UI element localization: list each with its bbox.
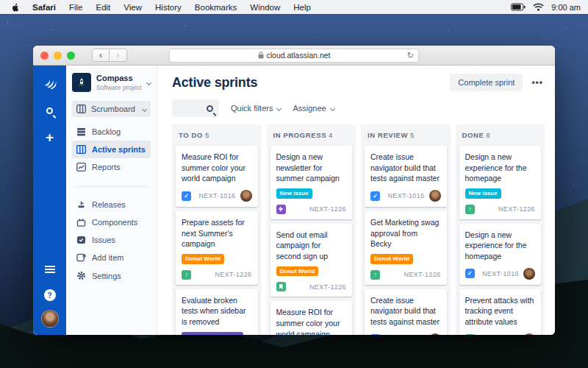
menu-view[interactable]: View bbox=[117, 3, 148, 12]
improvement-icon bbox=[465, 205, 475, 214]
issue-card[interactable]: Prepare assets for next Summer's campaig… bbox=[176, 211, 258, 285]
task-icon bbox=[370, 334, 380, 335]
issue-label: Donut World bbox=[182, 254, 224, 264]
more-actions-button[interactable]: ••• bbox=[530, 74, 545, 91]
zoom-window-button[interactable] bbox=[67, 52, 75, 60]
page-title: Active sprints bbox=[172, 75, 257, 91]
issue-title: Measure ROI for summer color your world … bbox=[182, 152, 252, 184]
jira-logo-icon[interactable] bbox=[42, 74, 58, 91]
wifi-icon[interactable] bbox=[533, 3, 544, 11]
sidebar-item-releases[interactable]: Releases bbox=[72, 196, 151, 213]
apple-icon[interactable] bbox=[10, 2, 20, 13]
issue-title: Prepare assets for next Summer's campaig… bbox=[182, 217, 252, 250]
user-avatar[interactable] bbox=[41, 310, 59, 328]
column-name: IN REVIEW bbox=[368, 131, 408, 139]
close-window-button[interactable] bbox=[40, 52, 49, 60]
assignee-avatar[interactable] bbox=[429, 333, 441, 335]
reload-icon[interactable]: ↻ bbox=[407, 51, 414, 60]
menubar-app-name[interactable]: Safari bbox=[26, 3, 62, 12]
issue-card[interactable]: Create issue navigator build that tests … bbox=[365, 289, 447, 335]
issue-label: New issue bbox=[276, 188, 312, 199]
column-header: IN REVIEW5 bbox=[365, 130, 447, 146]
complete-sprint-button[interactable]: Complete sprint bbox=[450, 74, 523, 91]
browser-titlebar[interactable]: ‹ › cloud.atlassian.net ↻ bbox=[33, 46, 555, 66]
issue-title: Design a new newsletter for summer campa… bbox=[276, 152, 347, 184]
sidebar-item-backlog[interactable]: Backlog bbox=[72, 123, 151, 141]
menu-help[interactable]: Help bbox=[287, 3, 318, 12]
issue-card[interactable]: Get Marketing swag approval from Becky D… bbox=[365, 211, 447, 285]
issue-label: Simplify Navigation bbox=[182, 332, 243, 335]
issue-card[interactable]: Measure ROI for summer color your world … bbox=[270, 301, 353, 335]
column-in-progress: IN PROGRESS4 Design a new newsletter for… bbox=[267, 124, 356, 335]
issue-title: Prevent attacks with tracking event attr… bbox=[465, 295, 536, 328]
assignee-avatar[interactable] bbox=[429, 190, 441, 202]
issue-card[interactable]: Send out email campaign for second sign … bbox=[270, 224, 353, 297]
sidebar-item-label: Active sprints bbox=[92, 145, 146, 154]
sidebar-item-settings[interactable]: Settings bbox=[72, 266, 151, 285]
sidebar-item-issues[interactable]: Issues bbox=[72, 231, 151, 249]
board-search-input[interactable] bbox=[172, 99, 219, 117]
column-count: 4 bbox=[329, 131, 333, 139]
help-icon[interactable]: ? bbox=[44, 289, 56, 301]
sidebar-item-add-item[interactable]: Add item bbox=[72, 249, 151, 266]
browser-back-button[interactable]: ‹ bbox=[92, 49, 110, 62]
project-name: Compass bbox=[96, 74, 141, 83]
backlog-icon bbox=[76, 127, 86, 136]
issue-card[interactable]: Evaluate broken tests when sidebar is re… bbox=[176, 289, 258, 335]
sidebar-item-components[interactable]: Components bbox=[72, 213, 151, 231]
assignee-avatar[interactable] bbox=[523, 268, 535, 280]
browser-forward-button[interactable]: › bbox=[110, 49, 127, 62]
assignee-avatar[interactable] bbox=[240, 190, 252, 202]
issue-title: Evaluate broken tests when sidebar is re… bbox=[182, 295, 252, 328]
issue-card[interactable]: Design a new experience for the homepage… bbox=[459, 224, 542, 285]
hamburger-icon[interactable] bbox=[43, 263, 57, 276]
create-issue-button[interactable]: + bbox=[43, 130, 57, 144]
menu-window[interactable]: Window bbox=[243, 3, 287, 12]
assignee-label: Assignee bbox=[293, 104, 326, 113]
issue-card[interactable]: Design a new experience for the homepage… bbox=[459, 146, 542, 219]
rocket-icon bbox=[72, 73, 91, 92]
menu-bookmarks[interactable]: Bookmarks bbox=[188, 3, 244, 12]
sidebar-divider bbox=[74, 186, 149, 187]
issue-label: Donut World bbox=[370, 254, 413, 264]
board-selector[interactable]: Scrumboard bbox=[72, 101, 151, 117]
column-count: 8 bbox=[486, 131, 490, 139]
chevron-down-icon bbox=[142, 106, 147, 111]
sidebar-item-active-sprints[interactable]: Active sprints bbox=[72, 141, 151, 158]
issue-card[interactable]: Create issue navigator build that tests … bbox=[365, 146, 447, 207]
project-sidebar: Compass Software project Scrumboard bbox=[66, 66, 157, 335]
battery-icon[interactable] bbox=[511, 3, 526, 11]
task-icon bbox=[182, 191, 191, 201]
issue-title: Design a new experience for the homepage bbox=[465, 152, 536, 184]
address-bar[interactable]: cloud.atlassian.net ↻ bbox=[169, 49, 419, 63]
issue-title: Measure ROI for summer color your world … bbox=[276, 307, 347, 335]
search-icon[interactable] bbox=[43, 104, 57, 117]
assignee-dropdown[interactable]: Assignee bbox=[293, 104, 334, 113]
column-header: DONE8 bbox=[459, 130, 542, 146]
issue-title: Create issue navigator build that tests … bbox=[370, 295, 441, 328]
improvement-icon bbox=[465, 334, 475, 335]
issue-label: Donut World bbox=[276, 266, 319, 277]
menu-history[interactable]: History bbox=[148, 3, 188, 12]
assignee-avatar[interactable] bbox=[523, 333, 535, 335]
menu-edit[interactable]: Edit bbox=[90, 3, 118, 12]
menubar-clock[interactable]: 9:00 am bbox=[551, 3, 581, 12]
quick-filters-dropdown[interactable]: Quick filters bbox=[231, 104, 281, 113]
issue-card[interactable]: Measure ROI for summer color your world … bbox=[176, 146, 258, 207]
issue-title: Create issue navigator build that tests … bbox=[370, 152, 441, 184]
lock-icon bbox=[258, 52, 264, 59]
column-name: TO DO bbox=[179, 131, 203, 139]
minimize-window-button[interactable] bbox=[54, 52, 62, 60]
column-header: TO DO5 bbox=[176, 130, 258, 146]
sidebar-item-reports[interactable]: Reports bbox=[72, 158, 151, 176]
issue-key: NEXT-1016 bbox=[387, 192, 424, 199]
issue-card[interactable]: Prevent attacks with tracking event attr… bbox=[459, 289, 542, 335]
settings-icon bbox=[76, 271, 86, 280]
menu-file[interactable]: File bbox=[62, 3, 90, 12]
board-selector-label: Scrumboard bbox=[91, 105, 135, 113]
sidebar-item-label: Components bbox=[92, 218, 137, 227]
project-switcher[interactable]: Compass Software project bbox=[72, 73, 151, 92]
task-icon bbox=[370, 191, 380, 201]
main-content: Active sprints Complete sprint ••• Quick… bbox=[157, 66, 555, 335]
issue-card[interactable]: Design a new newsletter for summer campa… bbox=[270, 146, 353, 219]
